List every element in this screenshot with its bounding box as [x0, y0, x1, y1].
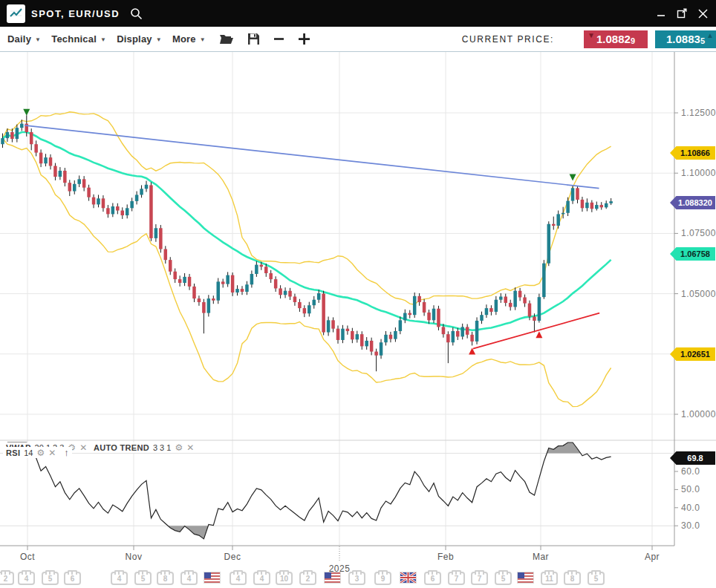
close-icon[interactable]: ✕: [48, 448, 56, 458]
candle-body: [264, 267, 268, 273]
trendline-resistance[interactable]: [25, 125, 599, 189]
candle-body: [126, 208, 129, 215]
calendar-event-icon[interactable]: 9: [374, 572, 391, 585]
chart-canvas[interactable]: 1.125001.100001.075001.050001.0000060.05…: [0, 52, 716, 588]
bid-price-pip: 9: [631, 36, 635, 45]
rsi-tick-label: 40.0: [681, 503, 700, 513]
calendar-event-icon[interactable]: 4: [18, 572, 35, 585]
close-icon[interactable]: ✕: [186, 442, 194, 453]
us-flag-icon[interactable]: [517, 572, 534, 584]
candle-body: [518, 291, 522, 298]
candle-body: [389, 335, 393, 339]
candle-body: [556, 214, 560, 226]
calendar-event-icon[interactable]: 5: [134, 572, 152, 585]
upper-band-line: [3, 112, 611, 305]
chevron-down-icon: ▼: [35, 36, 41, 43]
calendar-event-icon[interactable]: 8: [564, 572, 581, 585]
calendar-event-icon[interactable]: 4: [253, 572, 270, 585]
minimize-icon[interactable]: [655, 7, 667, 19]
bid-price-button[interactable]: ▼ 1.0882 9: [584, 30, 648, 48]
candle-body: [370, 341, 374, 352]
x-axis-month-label: Mar: [533, 552, 549, 562]
search-icon[interactable]: [130, 7, 143, 20]
zoom-out-icon[interactable]: [273, 33, 284, 45]
calendar-event-icon[interactable]: 2: [299, 572, 316, 585]
candle-body: [1, 138, 4, 144]
open-folder-icon[interactable]: [219, 33, 234, 45]
candle-body: [307, 305, 311, 313]
calendar-event-icon[interactable]: 4: [111, 572, 128, 585]
candle-body: [605, 203, 608, 208]
candle-body: [499, 296, 503, 299]
candle-body: [452, 331, 455, 342]
candle-body: [331, 320, 335, 328]
candle-body: [53, 166, 57, 177]
menu-more[interactable]: More ▼: [172, 33, 206, 45]
candle-body: [97, 198, 100, 204]
arrow-up-icon: ▲: [706, 31, 714, 39]
menu-more-label: More: [172, 33, 196, 45]
candle-body: [77, 179, 81, 183]
candle-body: [317, 293, 321, 300]
calendar-event-icon[interactable]: 5: [42, 572, 59, 585]
candle-body: [63, 171, 67, 183]
candle-body: [226, 275, 230, 284]
calendar-event-icon[interactable]: 7: [448, 572, 465, 585]
menu-technical[interactable]: Technical ▼: [51, 33, 106, 45]
calendar-event-icon[interactable]: 10: [276, 572, 293, 585]
candle-body: [73, 184, 77, 192]
menu-daily[interactable]: Daily ▼: [7, 33, 41, 45]
candle-body: [135, 195, 139, 200]
menu-display[interactable]: Display ▼: [117, 33, 162, 45]
popout-icon[interactable]: [676, 7, 688, 19]
candle-body: [111, 206, 115, 214]
close-icon[interactable]: [697, 7, 709, 19]
ask-price-button[interactable]: 1.0883 5 ▲: [655, 30, 716, 48]
uk-flag-icon[interactable]: [400, 572, 417, 584]
chevron-down-icon: ▼: [156, 36, 162, 43]
save-icon[interactable]: [247, 33, 260, 45]
candle-body: [188, 277, 191, 287]
candle-body: [442, 327, 446, 334]
candle-body: [489, 308, 493, 312]
menu-daily-label: Daily: [7, 33, 31, 45]
calendar-event-icon[interactable]: 6: [64, 572, 81, 585]
trendline-support[interactable]: [473, 313, 599, 349]
close-icon[interactable]: ✕: [79, 442, 87, 453]
candle-body: [552, 224, 556, 226]
ask-price-pip: 5: [700, 36, 705, 45]
us-flag-icon[interactable]: [324, 572, 341, 584]
candle-body: [269, 273, 273, 279]
candle-body: [221, 281, 225, 284]
zoom-in-icon[interactable]: [298, 33, 310, 45]
candle-body: [284, 291, 287, 295]
candle-body: [44, 157, 48, 163]
gear-icon[interactable]: ⚙: [37, 448, 45, 458]
candle-body: [427, 313, 431, 320]
calendar-event-icon[interactable]: 4: [180, 572, 198, 585]
arrow-down-icon: ▼: [588, 31, 595, 39]
calendar-event-icon[interactable]: 5: [588, 572, 605, 585]
candle-body: [140, 189, 143, 195]
calendar-event-icon[interactable]: 8: [157, 572, 174, 585]
candle-body: [571, 188, 575, 200]
title-bar: SPOT, EUR/USD: [0, 0, 716, 27]
calendar-event-icon[interactable]: 5: [495, 572, 512, 585]
gear-icon[interactable]: ⚙: [175, 442, 183, 453]
calendar-event-icon[interactable]: 11: [541, 572, 558, 585]
us-flag-icon[interactable]: [204, 572, 221, 584]
price-tick-label: 1.05000: [681, 289, 716, 299]
calendar-event-icon[interactable]: 2: [0, 572, 14, 585]
candle-body: [82, 179, 86, 187]
rsi-tick-label: 50.0: [681, 484, 700, 494]
candle-body: [533, 316, 536, 321]
candle-body: [595, 205, 599, 209]
calendar-event-icon[interactable]: 4: [230, 572, 247, 585]
calendar-event-icon[interactable]: 6: [424, 572, 441, 585]
band-upper-badge: 1.10866: [670, 146, 715, 160]
calendar-event-icon[interactable]: 3: [348, 572, 365, 585]
candle-body: [585, 203, 589, 208]
move-up-icon[interactable]: ↑: [64, 447, 69, 458]
calendar-event-icon[interactable]: 7: [471, 572, 488, 585]
candle-body: [380, 342, 383, 356]
